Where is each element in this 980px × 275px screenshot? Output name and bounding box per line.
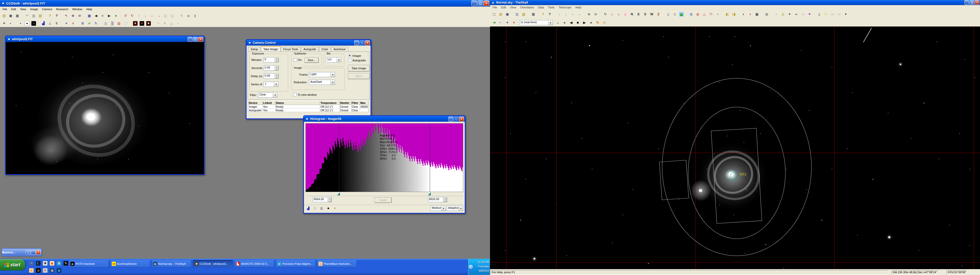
undo-icon[interactable]: ↶ xyxy=(24,13,30,19)
tab-focus-tools[interactable]: Focus Tools xyxy=(281,47,301,52)
close-button[interactable]: × xyxy=(36,250,41,254)
lock-target-icon[interactable]: ◨ xyxy=(731,11,737,17)
open-icon[interactable]: ▤ xyxy=(498,11,504,17)
minimize-button[interactable]: _ xyxy=(354,41,359,45)
satellite-red-icon[interactable]: ✶ xyxy=(511,20,517,26)
shift-down-icon[interactable]: ↓ xyxy=(142,13,148,19)
camera-control-dialog[interactable]: ✱ Camera Control _ ◱ × Setup Take Image … xyxy=(246,39,371,119)
histogram-plot[interactable]: Avg=4808.0Min=3195.0Max=35839.01%= 6312.… xyxy=(305,123,463,192)
print-icon[interactable]: ▦ xyxy=(14,13,21,19)
walk-out-icon[interactable]: ⇤ xyxy=(498,20,504,26)
filter-dropdown[interactable]: Clear ▾ xyxy=(258,92,277,98)
ellipse-tool-icon[interactable]: ◯ xyxy=(123,21,129,27)
select-circle-icon[interactable]: ○ xyxy=(773,11,780,17)
taskbar-clock[interactable]: 11:04 PM Thursday 4/8/2010 xyxy=(478,260,489,273)
dome-projection-icon[interactable]: ⌂ xyxy=(609,11,615,17)
minimized-image-window[interactable]: ✱ astron... ◱ □ × xyxy=(2,248,42,256)
mark-stars-icon[interactable]: ✶ xyxy=(787,11,793,17)
close-button[interactable]: × xyxy=(365,41,370,45)
ql-globe-icon[interactable]: ◍ xyxy=(56,268,62,273)
wand-icon[interactable]: ✦ xyxy=(843,11,849,17)
wedge-icon[interactable]: ◬ xyxy=(169,21,175,27)
walk-in-icon[interactable]: ⇥ xyxy=(491,20,497,26)
pointer-graph-icon[interactable]: ↯ xyxy=(54,21,60,27)
histogram-titlebar[interactable]: ✱ Histogram - Imager55 _ ◱ × xyxy=(304,116,465,122)
autoguider-radio[interactable] xyxy=(348,59,352,62)
pan-right-icon[interactable]: → xyxy=(576,11,582,17)
black-point-handle[interactable] xyxy=(337,193,340,195)
time-rewind-icon[interactable]: « xyxy=(562,20,568,26)
stretch-mode-dropdown[interactable]: Adaptive ▾ xyxy=(447,206,463,211)
celestial-sphere-icon[interactable]: ◍ xyxy=(688,11,694,17)
reduction-dropdown[interactable]: AutoDark ▾ xyxy=(309,80,335,85)
sky-chart[interactable]: M51 xyxy=(490,27,980,269)
task-pdf[interactable]: ▙ 3600GTO-2009-02-2... xyxy=(234,260,274,268)
ql-night-app-icon[interactable]: ☾ xyxy=(35,261,41,266)
shrink-icon[interactable]: ◲ xyxy=(169,13,175,19)
paste-icon[interactable]: ▧ xyxy=(37,13,43,19)
minimize-button[interactable]: _ xyxy=(471,0,477,6)
pan-left-icon[interactable]: ← xyxy=(570,11,576,17)
rotate-right-icon[interactable]: ↻ xyxy=(129,13,135,19)
scatter-icon[interactable]: ∴ xyxy=(800,11,806,17)
subframe-size-button[interactable]: Size... xyxy=(304,57,319,63)
star-remove-icon[interactable]: ✶ xyxy=(139,21,145,27)
previous-image-icon[interactable]: ◀ xyxy=(93,13,99,19)
menu-item[interactable]: Data xyxy=(536,5,546,9)
menu-item[interactable]: Edit xyxy=(499,5,508,9)
restore-button[interactable]: ◱ xyxy=(193,37,198,42)
ql-browser-icon[interactable]: ◉ xyxy=(49,261,55,266)
audio-icon[interactable]: ◉ xyxy=(185,13,191,19)
star-mark-icon[interactable]: ✷ xyxy=(145,21,151,27)
task-acesmartdome[interactable]: SD AceSmartDome xyxy=(110,260,150,268)
next-image-icon[interactable]: ▶ xyxy=(106,13,112,19)
nebula-icon[interactable]: ✷ xyxy=(807,11,813,17)
tab-autoguide[interactable]: Autoguide xyxy=(301,47,319,52)
bars-solid-icon[interactable]: █ xyxy=(109,21,115,27)
ql-planetarium-icon[interactable]: ◍ xyxy=(35,268,41,273)
stack-add-icon[interactable]: ≡ xyxy=(63,21,69,27)
pan-down-icon[interactable]: ↓ xyxy=(563,11,569,17)
menu-item[interactable]: Help xyxy=(84,7,94,11)
auto-stretch-galaxy-icon[interactable]: ✶ xyxy=(332,205,338,211)
angular-separation-icon[interactable]: ∠ xyxy=(780,11,786,17)
chart-elements-icon[interactable]: ▩ xyxy=(754,11,760,17)
task-poth-handset[interactable]: ◉ POTH Handset xyxy=(69,260,109,268)
histogram-window[interactable]: ✱ Histogram - Imager55 _ ◱ × Avg=4808.0M… xyxy=(303,115,466,213)
camera-link-icon[interactable]: ▮ xyxy=(192,13,198,19)
tab-setup[interactable]: Setup xyxy=(248,47,261,52)
fits-window-titlebar[interactable]: ✱ whirlpool2.FIT _ ◱ × xyxy=(6,36,204,42)
restore-button[interactable]: ◱ xyxy=(26,250,30,254)
slash-icon[interactable]: / xyxy=(175,21,181,27)
ql-firefox-icon[interactable]: ◕ xyxy=(29,268,34,273)
series-dropdown[interactable]: 1 ▾ xyxy=(264,82,278,87)
constellation-lines-icon[interactable]: △ xyxy=(701,11,708,17)
lightning-icon[interactable]: ↯ xyxy=(162,21,168,27)
stretch-white-icon[interactable]: □ xyxy=(312,205,318,211)
menu-item[interactable]: Camera xyxy=(40,7,54,11)
stack-subtract-icon[interactable]: ≠ xyxy=(70,21,76,27)
look-north-icon[interactable]: N xyxy=(629,11,635,17)
globe-disabled-icon[interactable]: ◍ xyxy=(672,11,678,17)
imager-radio[interactable] xyxy=(348,54,352,58)
satellite-icon[interactable]: ✶ xyxy=(504,20,511,26)
brightness-icon[interactable]: ☀ xyxy=(1,21,7,27)
note1-icon[interactable]: ▭ xyxy=(829,11,835,17)
lock-position-icon[interactable]: ◧ xyxy=(724,11,730,17)
dome-plan-icon[interactable]: ⌂ xyxy=(616,11,622,17)
horizon-icon[interactable]: ▅ xyxy=(678,11,684,17)
look-south-icon[interactable]: S xyxy=(642,11,648,17)
new-icon[interactable]: ▢ xyxy=(491,11,497,17)
palette-icon[interactable]: ▩ xyxy=(86,13,92,19)
pan-up-icon[interactable]: ↑ xyxy=(556,11,563,17)
zoom-in-icon[interactable]: ⊕ xyxy=(70,13,76,19)
blob-white-icon[interactable]: ● xyxy=(24,21,30,27)
camera-control-titlebar[interactable]: ✱ Camera Control _ ◱ × xyxy=(247,40,371,46)
note2-icon[interactable]: ▭ xyxy=(836,11,842,17)
red-screen-icon[interactable]: ◗ xyxy=(747,11,753,17)
ql-thesky-icon[interactable]: ◍ xyxy=(49,268,55,273)
bars-rainbow-icon[interactable]: ▥ xyxy=(116,21,122,27)
save-icon[interactable]: ▣ xyxy=(504,11,511,17)
tab-autosave[interactable]: AutoSave xyxy=(331,47,348,52)
subframe-on-checkbox[interactable] xyxy=(294,58,297,62)
